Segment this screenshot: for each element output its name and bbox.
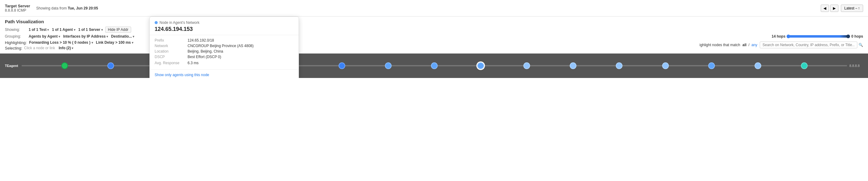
node-dot[interactable] xyxy=(801,62,808,69)
agent-count-dropdown[interactable]: 1 of 1 Agent ▾ xyxy=(51,27,75,32)
server-caret: ▾ xyxy=(101,28,103,31)
forwarding-caret: ▾ xyxy=(92,41,93,44)
tooltip-location-row: Location Beijing, Beijing, China xyxy=(155,49,294,53)
hops-row: 14 hops 0 hops xyxy=(772,34,863,38)
nav-next-button[interactable]: ▶ xyxy=(830,5,838,12)
test-count-dropdown[interactable]: 1 of 1 Test ▾ xyxy=(28,27,50,32)
showing-data-text: Showing data from Tue, Jun 29 20:05 xyxy=(30,6,821,10)
server-count-dropdown[interactable]: 1 of 1 Server ▾ xyxy=(78,27,103,32)
hops-left-label: 14 hops xyxy=(772,34,785,38)
right-controls: 14 hops 0 hops ighlight nodes that match… xyxy=(700,34,868,48)
tooltip-node-dot xyxy=(155,21,158,24)
dest-label: 8.8.8.8 xyxy=(849,64,863,68)
top-bar: Target Server 8.8.8.8 ICMP Showing data … xyxy=(0,0,868,17)
search-input[interactable] xyxy=(760,42,857,48)
tooltip-body: Prefix 124.65.192.0/18 Network CNCGROUP … xyxy=(150,35,299,70)
search-icon: 🔍 xyxy=(859,43,863,47)
agents-by-dropdown[interactable]: Agents by Agent ▾ xyxy=(28,34,61,39)
info-caret: ▾ xyxy=(72,47,73,50)
node-dot[interactable] xyxy=(339,62,345,69)
destination-dropdown[interactable]: Destinatio... ▾ xyxy=(111,34,135,39)
node-dot[interactable] xyxy=(61,62,68,69)
interfaces-by-dropdown[interactable]: Interfaces by IP Address ▾ xyxy=(63,34,108,39)
hide-ip-btn[interactable]: Hide IP Addr xyxy=(105,27,131,33)
node-dot[interactable] xyxy=(662,62,669,69)
node-dot[interactable] xyxy=(616,62,622,69)
app-container: Target Server 8.8.8.8 ICMP Showing data … xyxy=(0,0,868,78)
tooltip-ip: 124.65.194.153 xyxy=(155,26,294,32)
match-any-link[interactable]: any xyxy=(751,43,757,47)
showing-row: Showing: 1 of 1 Test ▾ 1 of 1 Agent ▾ 1 … xyxy=(5,27,863,33)
highlighting-label: Highlighting: xyxy=(5,41,27,45)
nav-prev-button[interactable]: ◀ xyxy=(821,5,829,12)
node-dot[interactable] xyxy=(708,62,715,69)
selecting-label: Selecting: xyxy=(5,46,22,50)
showing-label: Showing: xyxy=(5,27,26,32)
agents-by-caret: ▾ xyxy=(59,35,60,38)
tooltip-network-row: Network CNCGROUP Beijing Province (AS 48… xyxy=(155,44,294,48)
target-server-label: Target Server xyxy=(5,4,30,8)
node-dot[interactable] xyxy=(107,62,114,69)
click-node-text: Click a node or link xyxy=(24,46,55,50)
hops-slider[interactable] xyxy=(788,35,849,37)
hops-right-label: 0 hops xyxy=(851,34,863,38)
link-delay-dropdown[interactable]: Link Delay > 100 ms ▾ xyxy=(95,40,134,45)
target-info: Target Server 8.8.8.8 ICMP xyxy=(5,4,30,12)
hops-dot-right xyxy=(846,34,850,38)
showing-date: Tue, Jun 29 20:05 xyxy=(68,6,98,10)
match-prefix: ighlight nodes that match all / any xyxy=(700,43,757,47)
info-count-dropdown[interactable]: Info (2) ▾ xyxy=(58,46,74,50)
agent-label: TEagent xyxy=(5,64,22,68)
node-dot[interactable] xyxy=(754,62,761,69)
node-dot[interactable] xyxy=(477,62,484,69)
destination-caret: ▾ xyxy=(133,35,134,38)
latest-button[interactable]: Latest→↑ xyxy=(841,5,863,12)
node-dot[interactable] xyxy=(523,62,530,69)
target-server-name: 8.8.8.8 ICMP xyxy=(5,8,30,12)
node-dot[interactable] xyxy=(431,62,438,69)
node-dot[interactable] xyxy=(570,62,577,69)
main-content: Path Visualization Showing: 1 of 1 Test … xyxy=(0,17,868,78)
tooltip-avg-response-row: Avg. Response 6.3 ms xyxy=(155,61,294,65)
tooltip-prefix-row: Prefix 124.65.192.0/18 xyxy=(155,38,294,43)
forwarding-loss-dropdown[interactable]: Forwarding Loss > 10 % ( 0 nodes ) ▾ xyxy=(29,40,94,45)
node-dot[interactable] xyxy=(385,62,392,69)
tooltip-footer: Show only agents using this node xyxy=(150,70,299,78)
tooltip-popup: Node in Agent's Network 124.65.194.153 P… xyxy=(150,17,299,78)
nodes-track xyxy=(22,60,847,72)
nav-buttons: ◀ ▶ Latest→↑ xyxy=(821,5,863,12)
tooltip-header: Node in Agent's Network 124.65.194.153 xyxy=(150,17,299,35)
search-row: ighlight nodes that match all / any 🔍 xyxy=(700,42,863,48)
agent-caret: ▾ xyxy=(74,28,75,31)
match-all[interactable]: all xyxy=(742,43,746,47)
grouping-label: Grouping: xyxy=(5,34,26,38)
tooltip-dscp-row: DSCP Best Effort (DSCP 0) xyxy=(155,55,294,59)
show-agents-link[interactable]: Show only agents using this node xyxy=(155,73,209,77)
interfaces-by-caret: ▾ xyxy=(106,35,108,38)
tooltip-node-label: Node in Agent's Network xyxy=(155,21,294,25)
path-viz-title: Path Visualization xyxy=(5,19,863,24)
link-delay-caret: ▾ xyxy=(132,41,133,44)
hops-dot-left xyxy=(786,34,790,38)
test-caret: ▾ xyxy=(47,28,49,31)
viz-area: TEagent 8.8.8.8 xyxy=(0,53,868,78)
